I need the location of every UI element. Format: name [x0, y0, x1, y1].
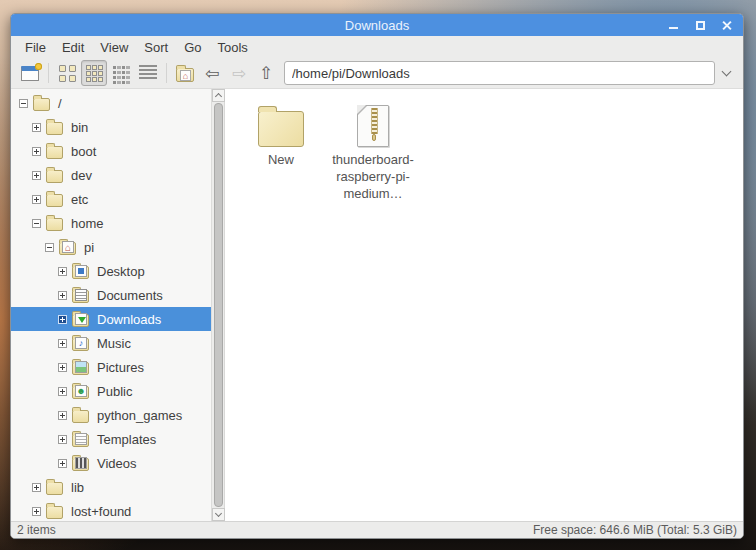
file-item-thunderboard-zip[interactable]: thunderboard-raspberry-pi-medium… [331, 97, 415, 202]
expander-plus-icon[interactable] [58, 267, 67, 276]
compact-view-button[interactable] [108, 60, 134, 86]
new-window-button[interactable] [17, 60, 43, 86]
home-folder-icon: ⌂ [59, 238, 78, 256]
forward-button[interactable]: ⇨ [226, 60, 252, 86]
file-panel[interactable]: New thunderboard-raspberry-pi-medium… [225, 89, 743, 521]
expander-minus-icon[interactable] [32, 219, 41, 228]
titlebar[interactable]: Downloads [11, 14, 743, 36]
expander-plus-icon[interactable] [58, 459, 67, 468]
folder-icon [46, 118, 65, 136]
folder-icon [46, 166, 65, 184]
tree-item-templates[interactable]: Templates [11, 427, 211, 451]
public-folder-icon: ☻ [72, 382, 91, 400]
close-button[interactable] [721, 19, 733, 31]
scroll-down-button[interactable] [212, 508, 225, 521]
path-dropdown-icon [721, 67, 731, 77]
tree-item-videos[interactable]: Videos [11, 451, 211, 475]
thumbnail-view-button[interactable] [81, 60, 107, 86]
menu-edit[interactable]: Edit [54, 38, 92, 57]
thumbnail-view-icon [86, 65, 103, 82]
tree-item-dev[interactable]: dev [11, 163, 211, 187]
folder-icon [258, 111, 304, 147]
expander-plus-icon[interactable] [58, 291, 67, 300]
path-input[interactable] [284, 61, 715, 85]
tree-item-documents[interactable]: Documents [11, 283, 211, 307]
tree-item-downloads[interactable]: Downloads [11, 307, 211, 331]
expander-minus-icon[interactable] [19, 99, 28, 108]
scroll-down-icon [214, 510, 221, 517]
desktop-folder-icon [72, 262, 91, 280]
tree-item-etc[interactable]: etc [11, 187, 211, 211]
folder-icon [46, 142, 65, 160]
item-count: 2 items [17, 523, 56, 537]
zip-archive-icon [357, 105, 389, 147]
expander-plus-icon[interactable] [58, 363, 67, 372]
back-icon: ⇦ [205, 65, 219, 82]
back-button[interactable]: ⇦ [199, 60, 225, 86]
expander-plus-icon[interactable] [32, 195, 41, 204]
tree-item-home[interactable]: home [11, 211, 211, 235]
scroll-up-button[interactable] [212, 89, 225, 102]
sidebar-scrollbar[interactable] [211, 89, 224, 521]
tree-item-pictures[interactable]: Pictures [11, 355, 211, 379]
expander-plus-icon[interactable] [32, 507, 41, 516]
expander-plus-icon[interactable] [58, 387, 67, 396]
tree-item-python-games[interactable]: python_games [11, 403, 211, 427]
tree-item-pi[interactable]: ⌂ pi [11, 235, 211, 259]
expander-plus-icon[interactable] [58, 315, 67, 324]
maximize-icon [696, 21, 705, 30]
templates-folder-icon [72, 430, 91, 448]
menu-tools[interactable]: Tools [210, 38, 256, 57]
menu-view[interactable]: View [92, 38, 136, 57]
home-button[interactable]: ⌂ [172, 60, 198, 86]
menubar: File Edit View Sort Go Tools [11, 36, 743, 58]
file-manager-window: Downloads File Edit View Sort Go Tools ⌂ [10, 13, 744, 539]
pictures-folder-icon [72, 358, 91, 376]
menu-sort[interactable]: Sort [136, 38, 176, 57]
expander-plus-icon[interactable] [58, 435, 67, 444]
tree-item-lost-found[interactable]: lost+found [11, 499, 211, 521]
statusbar: 2 items Free space: 646.6 MiB (Total: 5.… [11, 521, 743, 538]
tree-item-root[interactable]: / [11, 91, 211, 115]
minimize-icon [669, 27, 678, 29]
music-folder-icon: ♪ [72, 334, 91, 352]
up-icon: ⇧ [259, 65, 273, 82]
detailed-list-icon [139, 65, 157, 81]
sidebar: / bin boot dev [11, 89, 225, 521]
expander-plus-icon[interactable] [32, 123, 41, 132]
up-button[interactable]: ⇧ [253, 60, 279, 86]
expander-plus-icon[interactable] [32, 483, 41, 492]
folder-icon [46, 478, 65, 496]
home-icon: ⌂ [176, 68, 194, 82]
scrollbar-thumb[interactable] [214, 103, 223, 507]
forward-icon: ⇨ [232, 65, 246, 82]
expander-plus-icon[interactable] [58, 339, 67, 348]
expander-plus-icon[interactable] [32, 171, 41, 180]
file-item-new[interactable]: New [239, 97, 323, 168]
tree-item-boot[interactable]: boot [11, 139, 211, 163]
expander-plus-icon[interactable] [32, 147, 41, 156]
maximize-button[interactable] [694, 19, 706, 31]
tree-item-music[interactable]: ♪ Music [11, 331, 211, 355]
menu-go[interactable]: Go [176, 38, 209, 57]
icon-view-button[interactable] [54, 60, 80, 86]
folder-icon [46, 214, 65, 232]
expander-minus-icon[interactable] [45, 243, 54, 252]
folder-icon [72, 406, 91, 424]
downloads-folder-icon [72, 310, 91, 328]
tree-item-lib[interactable]: lib [11, 475, 211, 499]
compact-view-icon [113, 65, 130, 81]
minimize-button[interactable] [667, 19, 679, 31]
window-title: Downloads [11, 18, 743, 33]
expander-plus-icon[interactable] [58, 411, 67, 420]
videos-folder-icon [72, 454, 91, 472]
path-dropdown-button[interactable] [715, 61, 737, 85]
folder-icon [46, 502, 65, 520]
menu-file[interactable]: File [17, 38, 54, 57]
tree-item-desktop[interactable]: Desktop [11, 259, 211, 283]
tree-item-public[interactable]: ☻ Public [11, 379, 211, 403]
folder-icon [46, 190, 65, 208]
file-label: thunderboard-raspberry-pi-medium… [331, 151, 415, 202]
detailed-list-button[interactable] [135, 60, 161, 86]
tree-item-bin[interactable]: bin [11, 115, 211, 139]
